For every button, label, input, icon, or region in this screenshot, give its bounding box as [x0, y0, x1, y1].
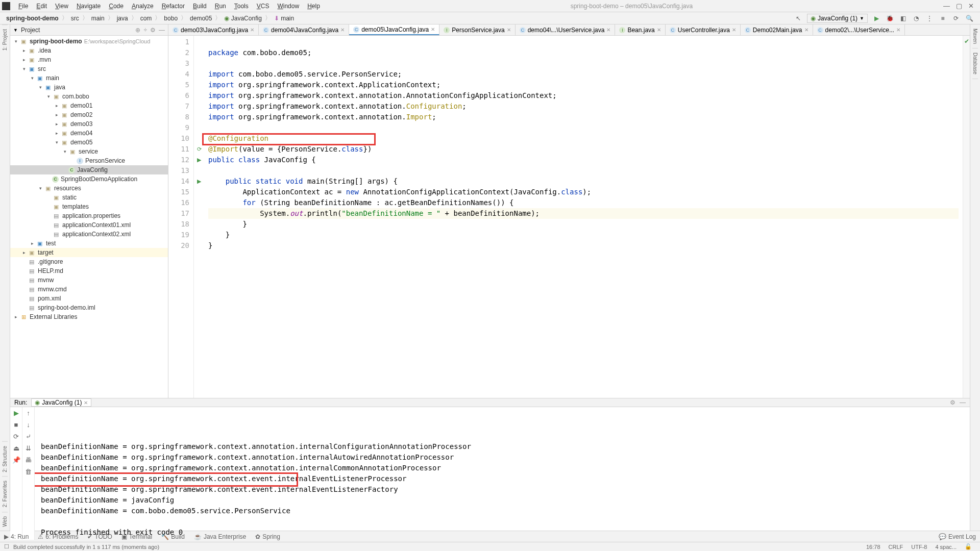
run-config-selector[interactable]: ◉ JavaConfig (1) ▼ [807, 14, 868, 23]
tree-item[interactable]: ▸▣demo02 [10, 110, 168, 119]
tree-item[interactable]: ▸▣target [10, 248, 168, 257]
structure-tool-tab[interactable]: 2: Structure [2, 441, 8, 477]
tree-item[interactable]: ▤mvnw [10, 276, 168, 285]
tree-item[interactable]: ▣static [10, 193, 168, 202]
profile-icon[interactable]: ◔ [912, 14, 921, 23]
tree-item[interactable]: ▸▣demo04 [10, 129, 168, 138]
menu-run[interactable]: Run [211, 3, 230, 10]
menu-file[interactable]: File [14, 3, 32, 10]
menu-refactor[interactable]: Refactor [158, 3, 189, 10]
console-output[interactable]: beanDefinitionName = org.springframework… [35, 407, 970, 540]
run-icon[interactable]: ▶ [872, 14, 881, 23]
tree-item[interactable]: IPersonService [10, 156, 168, 165]
tree-item[interactable]: ▾▣src [10, 64, 168, 73]
scroll-icon[interactable]: ⇊ [26, 444, 31, 452]
exit-icon[interactable]: ⏏ [13, 444, 19, 452]
breadcrumb-item[interactable]: main [89, 15, 107, 22]
readonly-lock-icon[interactable]: 🔓 [961, 543, 976, 550]
close-tab-icon[interactable]: ✕ [732, 27, 736, 33]
gear-icon[interactable]: ⚙ [150, 27, 156, 34]
rerun-icon[interactable]: ▶ [14, 409, 19, 417]
tree-item[interactable]: ▤applicationContext02.xml [10, 230, 168, 239]
editor-tab[interactable]: CUserController.java✕ [666, 24, 741, 35]
menu-window[interactable]: Window [273, 3, 303, 10]
breadcrumb-item[interactable]: com [138, 15, 154, 22]
tree-item[interactable]: ▤application.properties [10, 211, 168, 220]
tree-item[interactable]: ▤applicationContext01.xml [10, 220, 168, 230]
print-icon[interactable]: 🖶 [25, 456, 32, 464]
close-tab-icon[interactable]: ✕ [657, 27, 661, 33]
select-opened-file-icon[interactable]: ⊕ [135, 27, 140, 34]
tree-item[interactable]: ▸▣demo01 [10, 101, 168, 110]
wrap-icon[interactable]: ⤶ [26, 433, 31, 440]
tree-item[interactable]: ▤HELP.md [10, 266, 168, 276]
breadcrumb-item[interactable]: src [69, 15, 81, 22]
coverage-icon[interactable]: ◧ [898, 14, 908, 23]
editor-tab[interactable]: Cdemo02\...\UserService...✕ [813, 24, 905, 35]
menu-navigate[interactable]: Navigate [72, 3, 105, 10]
tree-item[interactable]: ▤spring-boot-demo.iml [10, 303, 168, 312]
up-icon[interactable]: ↑ [27, 409, 30, 417]
tree-external-libs[interactable]: ▸⊞External Libraries [10, 312, 168, 321]
close-tab-icon[interactable]: ✕ [804, 27, 808, 33]
close-tab-icon[interactable]: ✕ [896, 27, 900, 33]
expand-all-icon[interactable]: ÷ [143, 27, 147, 34]
favorites-tool-tab[interactable]: 2: Favorites [2, 476, 8, 511]
bottom-tab[interactable]: ▶4: Run [4, 533, 29, 540]
tree-item[interactable]: ▾▣service [10, 147, 168, 156]
close-tab-icon[interactable]: ✕ [250, 27, 254, 33]
tree-item[interactable]: ▤pom.xml [10, 294, 168, 303]
menu-tools[interactable]: Tools [230, 3, 253, 10]
tree-item[interactable]: ▾▣com.bobo [10, 92, 168, 101]
menu-code[interactable]: Code [105, 3, 128, 10]
editor-tab[interactable]: Cdemo05\JavaConfig.java✕ [349, 24, 439, 35]
close-tab-icon[interactable]: ✕ [606, 27, 610, 33]
line-separator[interactable]: CRLF [885, 544, 908, 550]
update-icon[interactable]: ⟳ [951, 14, 961, 23]
breadcrumb-item[interactable]: spring-boot-demo [4, 15, 61, 22]
clear-icon[interactable]: 🗑 [25, 468, 32, 475]
close-tab-icon[interactable]: ✕ [340, 27, 345, 33]
tree-item[interactable]: ▾▣resources [10, 184, 168, 193]
editor-tab[interactable]: CDemo02Main.java✕ [741, 24, 813, 35]
tree-item[interactable]: ▤mvnw.cmd [10, 285, 168, 294]
tree-item[interactable]: ▣templates [10, 202, 168, 211]
close-tab-icon[interactable]: ✕ [431, 27, 435, 32]
menu-edit[interactable]: Edit [32, 3, 51, 10]
stop-icon[interactable]: ■ [938, 14, 947, 23]
editor-tab[interactable]: IBean.java✕ [615, 24, 665, 35]
code-editor[interactable]: 1234567891011121314151617181920 ⟳ ▶ ▶ pa… [168, 36, 970, 398]
restart-icon[interactable]: ⟳ [13, 433, 19, 440]
indent-setting[interactable]: 4 spac... [931, 544, 961, 550]
tree-item[interactable]: ▤.gitignore [10, 257, 168, 266]
file-encoding[interactable]: UTF-8 [907, 544, 931, 550]
breadcrumb-item[interactable]: demo05 [188, 15, 214, 22]
close-tab-icon[interactable]: ✕ [507, 27, 511, 33]
project-tool-tab[interactable]: 1: Project [2, 24, 8, 55]
maven-tool-tab[interactable]: Maven [972, 24, 978, 48]
attach-icon[interactable]: ⋮ [925, 14, 934, 23]
tree-item[interactable]: ▸▣test [10, 239, 168, 248]
debug-icon[interactable]: 🐞 [885, 14, 894, 23]
tree-item[interactable]: ▸▣.idea [10, 46, 168, 55]
project-tree[interactable]: ▾▣spring-boot-demoE:\workspace\SpringClo… [10, 36, 168, 398]
run-tab[interactable]: ◉JavaConfig (1)✕ [31, 398, 91, 407]
down-icon[interactable]: ↓ [27, 421, 30, 429]
breadcrumb-item[interactable]: ◉ JavaConfig [222, 15, 263, 22]
tree-item[interactable]: ▾▣java [10, 83, 168, 92]
close-icon[interactable]: ✕ [968, 2, 974, 10]
menu-vcs[interactable]: VCS [253, 3, 274, 10]
menu-build[interactable]: Build [189, 3, 211, 10]
tree-item[interactable]: CSpringBootDemoApplication [10, 174, 168, 184]
menu-help[interactable]: Help [303, 3, 324, 10]
menu-view[interactable]: View [51, 3, 72, 10]
breadcrumb-item[interactable]: java [115, 15, 130, 22]
menu-analyze[interactable]: Analyze [128, 3, 158, 10]
tree-item[interactable]: ▸▣demo03 [10, 119, 168, 129]
pin-icon[interactable]: 📌 [12, 456, 20, 464]
editor-tab[interactable]: Cdemo04\...\UserService.java✕ [516, 24, 616, 35]
gear-icon[interactable]: ⚙ [950, 399, 955, 406]
tree-item[interactable]: ▸▣.mvn [10, 55, 168, 64]
tree-root[interactable]: ▾▣spring-boot-demoE:\workspace\SpringClo… [10, 37, 168, 46]
web-tool-tab[interactable]: Web [2, 512, 8, 531]
